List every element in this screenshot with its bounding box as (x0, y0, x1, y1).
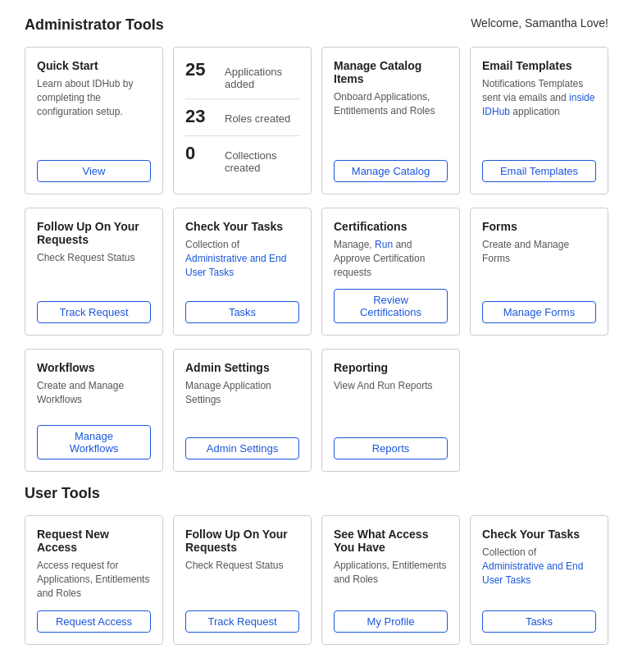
inside-idhub-link: inside IDHub (482, 92, 594, 117)
welcome-message: Welcome, Samantha Love! (471, 16, 608, 30)
request-access-card: Request New Access Access request for Ap… (25, 515, 163, 644)
admin-row-3: Workflows Create and Manage Workflows Ma… (25, 349, 608, 472)
forms-card: Forms Create and Manage Forms Manage For… (470, 208, 608, 336)
stat-collections-number: 0 (185, 143, 218, 164)
email-templates-button[interactable]: Email Templates (482, 160, 596, 182)
forms-desc: Create and Manage Forms (482, 238, 596, 266)
certifications-desc: Manage, Run and Approve Certification re… (334, 238, 448, 279)
admin-settings-button[interactable]: Admin Settings (185, 437, 299, 459)
certifications-title: Certifications (334, 220, 448, 233)
email-templates-desc: Notifications Templates sent via emails … (482, 77, 596, 118)
user-follow-up-card: Follow Up On Your Requests Check Request… (173, 515, 312, 644)
workflows-desc: Create and Manage Workflows (37, 379, 151, 407)
stat-collections-label: Collections created (225, 149, 299, 174)
admin-settings-card: Admin Settings Manage Application Settin… (173, 349, 312, 472)
email-templates-card: Email Templates Notifications Templates … (470, 47, 608, 194)
see-access-card: See What Access You Have Applications, E… (321, 515, 460, 644)
admin-tasks-link: Administrative and End User Tasks (185, 253, 286, 278)
check-tasks-card: Check Your Tasks Collection of Administr… (173, 208, 312, 336)
stat-applications-label: Applications added (225, 66, 299, 90)
user-tasks-link: Administrative and End User Tasks (482, 560, 583, 586)
admin-settings-desc: Manage Application Settings (185, 379, 299, 407)
user-tools-title: User Tools (25, 485, 608, 502)
see-access-desc: Applications, Entitlements and Roles (334, 559, 448, 587)
quick-start-title: Quick Start (37, 59, 151, 72)
manage-catalog-button[interactable]: Manage Catalog (334, 160, 448, 182)
manage-workflows-button[interactable]: Manage Workflows (37, 425, 151, 459)
reporting-title: Reporting (334, 361, 448, 374)
admin-row-1: Quick Start Learn about IDHub by complet… (25, 47, 608, 194)
page-header: Administrator Tools Welcome, Samantha Lo… (25, 16, 608, 34)
tasks-button-admin[interactable]: Tasks (185, 301, 299, 323)
stats-card: 25 Applications added 23 Roles created 0… (173, 47, 312, 194)
reporting-desc: View And Run Reports (334, 379, 448, 393)
follow-up-requests-card: Follow Up On Your Requests Check Request… (25, 208, 163, 336)
manage-catalog-title: Manage Catalog Items (334, 59, 448, 85)
check-tasks-title: Check Your Tasks (185, 220, 299, 233)
see-access-title: See What Access You Have (334, 528, 448, 554)
admin-tools-title: Administrator Tools (25, 16, 164, 34)
forms-title: Forms (482, 220, 596, 233)
empty-cell (470, 349, 608, 472)
user-follow-up-desc: Check Request Status (185, 559, 299, 573)
stat-applications: 25 Applications added (185, 59, 299, 90)
stat-roles-number: 23 (185, 106, 218, 127)
stat-applications-number: 25 (185, 59, 218, 80)
reports-button[interactable]: Reports (334, 437, 448, 459)
stat-collections: 0 Collections created (185, 143, 299, 174)
email-templates-title: Email Templates (482, 59, 596, 72)
quick-start-card: Quick Start Learn about IDHub by complet… (25, 47, 163, 194)
my-profile-button[interactable]: My Profile (334, 610, 448, 633)
user-tools-grid: Request New Access Access request for Ap… (25, 515, 608, 644)
request-access-desc: Access request for Applications, Entitle… (37, 559, 151, 600)
workflows-title: Workflows (37, 361, 151, 374)
view-button[interactable]: View (37, 160, 151, 182)
tasks-button-user[interactable]: Tasks (482, 610, 596, 633)
admin-settings-title: Admin Settings (185, 361, 299, 374)
run-link: Run (375, 239, 393, 250)
track-request-button-admin[interactable]: Track Request (37, 301, 151, 323)
quick-start-desc: Learn about IDHub by completing the conf… (37, 77, 151, 118)
follow-up-title: Follow Up On Your Requests (37, 220, 151, 246)
admin-row-2: Follow Up On Your Requests Check Request… (25, 208, 608, 336)
review-certifications-button[interactable]: Review Certifications (334, 289, 448, 323)
follow-up-desc: Check Request Status (37, 251, 151, 265)
check-tasks-desc: Collection of Administrative and End Use… (185, 238, 299, 279)
request-access-title: Request New Access (37, 528, 151, 554)
certifications-card: Certifications Manage, Run and Approve C… (321, 208, 460, 336)
stat-roles: 23 Roles created (185, 106, 299, 127)
reporting-card: Reporting View And Run Reports Reports (321, 349, 460, 472)
track-request-button-user[interactable]: Track Request (185, 610, 299, 633)
user-tasks-desc: Collection of Administrative and End Use… (482, 546, 596, 587)
request-access-button[interactable]: Request Access (37, 610, 151, 633)
user-tasks-card: Check Your Tasks Collection of Administr… (470, 515, 608, 644)
user-follow-up-title: Follow Up On Your Requests (185, 528, 299, 554)
stat-roles-label: Roles created (225, 112, 290, 125)
manage-catalog-desc: Onboard Applications, Entitlements and R… (334, 90, 448, 118)
manage-forms-button[interactable]: Manage Forms (482, 301, 596, 323)
workflows-card: Workflows Create and Manage Workflows Ma… (25, 349, 163, 472)
user-tasks-title: Check Your Tasks (482, 528, 596, 541)
manage-catalog-card: Manage Catalog Items Onboard Application… (321, 47, 460, 194)
